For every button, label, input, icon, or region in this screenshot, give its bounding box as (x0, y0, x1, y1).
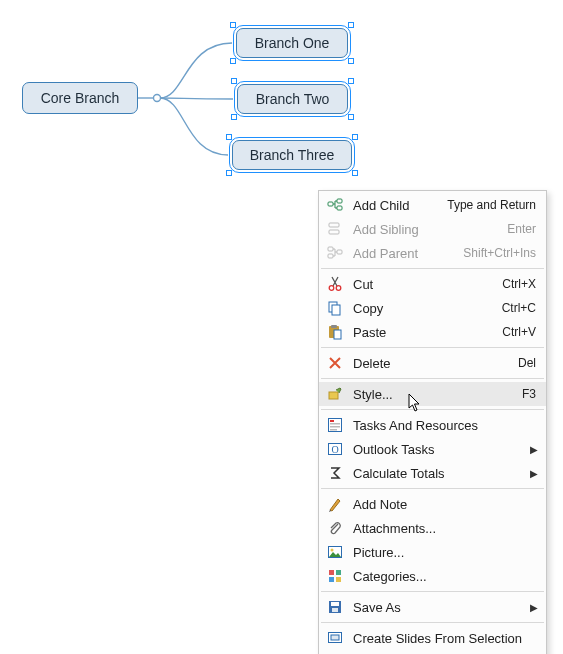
svg-rect-28 (329, 577, 334, 582)
menu-item-attachments[interactable]: Attachments... (319, 516, 546, 540)
menu-item-label: Add Sibling (353, 222, 497, 237)
svg-rect-26 (329, 570, 334, 575)
selection-handle[interactable] (348, 58, 354, 64)
paste-icon (325, 323, 345, 341)
delete-icon (325, 354, 345, 372)
submenu-arrow-icon: ▶ (530, 468, 536, 479)
svg-rect-6 (337, 250, 342, 254)
svg-rect-14 (331, 325, 337, 328)
svg-rect-32 (332, 608, 338, 612)
selection-handle[interactable] (352, 170, 358, 176)
menu-item-shortcut: Enter (507, 222, 536, 236)
menu-item-add-child[interactable]: Add ChildType and Return (319, 193, 546, 217)
add-child-icon (325, 196, 345, 214)
menu-item-outlook[interactable]: OOutlook Tasks▶ (319, 437, 546, 461)
menu-item-style[interactable]: Style...F3 (319, 382, 546, 406)
svg-rect-1 (328, 202, 333, 206)
note-icon (325, 495, 345, 513)
menu-item-shortcut: Del (518, 356, 536, 370)
copy-icon (325, 299, 345, 317)
selection-handle[interactable] (230, 22, 236, 28)
menu-item-label: Save As (353, 600, 520, 615)
selection-handle[interactable] (226, 134, 232, 140)
menu-item-add-note[interactable]: Add Note (319, 492, 546, 516)
menu-item-label: Style... (353, 387, 512, 402)
svg-rect-16 (329, 392, 338, 399)
menu-item-tasks-res[interactable]: Tasks And Resources (319, 413, 546, 437)
style-icon (325, 385, 345, 403)
svg-rect-27 (336, 570, 341, 575)
svg-rect-2 (337, 199, 342, 203)
node-label: Branch Three (250, 147, 335, 163)
node-label: Branch Two (256, 91, 330, 107)
svg-rect-34 (331, 635, 339, 640)
menu-separator (321, 488, 544, 489)
menu-item-label: Categories... (353, 569, 536, 584)
menu-item-shortcut: Type and Return (447, 198, 536, 212)
tasks-icon (325, 416, 345, 434)
svg-rect-31 (331, 602, 339, 606)
svg-point-25 (331, 549, 334, 552)
menu-item-picture[interactable]: Picture... (319, 540, 546, 564)
menu-item-calc-totals[interactable]: Calculate Totals▶ (319, 461, 546, 485)
menu-item-label: Picture... (353, 545, 536, 560)
save-icon (325, 598, 345, 616)
svg-text:O: O (331, 444, 338, 455)
menu-separator (321, 409, 544, 410)
menu-item-save-as[interactable]: Save As▶ (319, 595, 546, 619)
selection-handle[interactable] (348, 78, 354, 84)
node-branch-two[interactable]: Branch Two (237, 84, 348, 114)
outlook-icon: O (325, 440, 345, 458)
selection-handle[interactable] (231, 78, 237, 84)
menu-item-add-parent: Add ParentShift+Ctrl+Ins (319, 241, 546, 265)
node-core-branch[interactable]: Core Branch (22, 82, 138, 114)
menu-item-delete[interactable]: DeleteDel (319, 351, 546, 375)
svg-rect-18 (330, 420, 334, 422)
cut-icon (325, 275, 345, 293)
menu-item-categories[interactable]: Categories... (319, 564, 546, 588)
menu-item-label: Paste (353, 325, 492, 340)
menu-item-label: Add Parent (353, 246, 453, 261)
svg-rect-5 (329, 230, 339, 234)
menu-item-label: Attachments... (353, 521, 536, 536)
selection-handle[interactable] (352, 134, 358, 140)
menu-item-label: Create Slides From Selection (353, 631, 536, 646)
slides-icon (325, 629, 345, 647)
svg-rect-7 (328, 247, 333, 251)
menu-item-label: Add Child (353, 198, 437, 213)
svg-rect-12 (332, 305, 340, 315)
menu-item-label: Copy (353, 301, 492, 316)
menu-item-paste[interactable]: PasteCtrl+V (319, 320, 546, 344)
menu-item-create-slides[interactable]: Create Slides From Selection (319, 626, 546, 650)
node-branch-one[interactable]: Branch One (236, 28, 348, 58)
selection-handle[interactable] (348, 114, 354, 120)
attach-icon (325, 519, 345, 537)
svg-point-10 (336, 286, 341, 291)
menu-item-copy[interactable]: CopyCtrl+C (319, 296, 546, 320)
selection-handle[interactable] (348, 22, 354, 28)
categories-icon (325, 567, 345, 585)
selection-handle[interactable] (226, 170, 232, 176)
menu-separator (321, 268, 544, 269)
submenu-arrow-icon: ▶ (530, 444, 536, 455)
svg-point-0 (154, 95, 161, 102)
picture-icon (325, 543, 345, 561)
menu-item-label: Add Note (353, 497, 536, 512)
menu-item-cut[interactable]: CutCtrl+X (319, 272, 546, 296)
submenu-arrow-icon: ▶ (530, 602, 536, 613)
menu-item-switch-slide[interactable]: Switch to Slide View (319, 650, 546, 654)
context-menu[interactable]: Add ChildType and ReturnAdd SiblingEnter… (318, 190, 547, 654)
menu-item-shortcut: Shift+Ctrl+Ins (463, 246, 536, 260)
svg-rect-19 (330, 423, 340, 425)
menu-separator (321, 591, 544, 592)
selection-handle[interactable] (230, 58, 236, 64)
node-branch-three[interactable]: Branch Three (232, 140, 352, 170)
menu-item-shortcut: Ctrl+X (502, 277, 536, 291)
node-label: Core Branch (41, 90, 120, 106)
menu-item-label: Delete (353, 356, 508, 371)
selection-handle[interactable] (231, 114, 237, 120)
menu-item-shortcut: Ctrl+C (502, 301, 536, 315)
add-sibling-icon (325, 220, 345, 238)
menu-item-add-sibling: Add SiblingEnter (319, 217, 546, 241)
menu-item-label: Tasks And Resources (353, 418, 536, 433)
